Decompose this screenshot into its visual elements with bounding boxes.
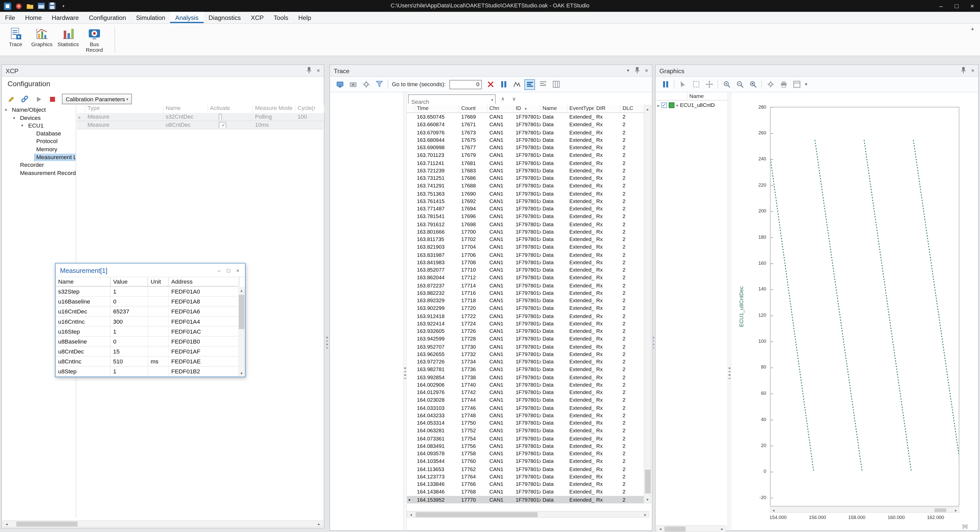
- trace-row[interactable]: 164.07336117754CAN11F797801xDataExtended…: [407, 434, 644, 442]
- trace-column-header-count[interactable]: Count: [460, 105, 487, 112]
- xcp-measure-row[interactable]: Measureu8CntDec✓10ms: [77, 121, 323, 129]
- ribbon-button-statistics[interactable]: Statistics: [55, 24, 81, 56]
- trace-row[interactable]: 164.11365317762CAN11F797801xDataExtended…: [407, 465, 644, 473]
- trace-row[interactable]: 163.70112317679CAN11F797801xDataExtended…: [407, 151, 644, 159]
- trace-row[interactable]: 163.69099817677CAN11F797801xDataExtended…: [407, 144, 644, 151]
- minimize-button[interactable]: –: [933, 0, 948, 12]
- signal-checkbox[interactable]: ✓: [661, 102, 667, 108]
- zoom-out-icon[interactable]: [735, 79, 745, 89]
- trace-row[interactable]: 163.95270717730CAN11F797801xDataExtended…: [407, 343, 644, 350]
- close-button[interactable]: ×: [234, 266, 242, 275]
- trace-row[interactable]: 163.77148717694CAN11F797801xDataExtended…: [407, 205, 644, 213]
- trace-row[interactable]: 163.90229917720CAN11F797801xDataExtended…: [407, 304, 644, 312]
- scroll-down-icon[interactable]: ▼: [644, 496, 651, 503]
- expander-icon[interactable]: ▸: [657, 103, 659, 107]
- link-icon[interactable]: [21, 95, 29, 103]
- trace-row[interactable]: 163.94259917728CAN11F797801xDataExtended…: [407, 335, 644, 343]
- trace-column-header-eventtype[interactable]: EventType: [568, 105, 594, 112]
- scroll-left-icon[interactable]: ◄: [657, 526, 664, 532]
- trace-row[interactable]: 163.81173517702CAN11F797801xDataExtended…: [407, 235, 644, 243]
- trace-splitter[interactable]: [403, 92, 407, 529]
- trace-row[interactable]: 164.08349117756CAN11F797801xDataExtended…: [407, 442, 644, 449]
- signal-color-swatch[interactable]: [669, 102, 674, 108]
- signal-name-column-header[interactable]: Name: [689, 93, 703, 99]
- print-icon[interactable]: [779, 79, 788, 89]
- pause-icon[interactable]: [661, 79, 670, 89]
- activate-checkbox[interactable]: ✓: [219, 122, 226, 128]
- trace-row[interactable]: 163.87223717714CAN11F797801xDataExtended…: [407, 281, 644, 289]
- trace-row[interactable]: 163.79161217698CAN11F797801xDataExtended…: [407, 220, 644, 228]
- trace-row[interactable]: 164.01297617742CAN11F797801xDataExtended…: [407, 388, 644, 396]
- ribbon-button-trace[interactable]: Trace: [3, 24, 29, 56]
- scroll-track[interactable]: [776, 508, 953, 512]
- measurement-row[interactable]: u8Step1FEDF01B2: [56, 367, 238, 377]
- trace-row[interactable]: 163.72123917683CAN11F797801xDataExtended…: [407, 167, 644, 174]
- close-button[interactable]: ×: [964, 0, 980, 12]
- zoom-in-icon[interactable]: [722, 79, 732, 89]
- trace-row[interactable]: 163.66087417671CAN11F797801xDataExtended…: [407, 121, 644, 128]
- pin-icon[interactable]: [306, 67, 312, 75]
- clear-icon[interactable]: [486, 79, 495, 89]
- maximize-button[interactable]: □: [949, 0, 964, 12]
- menu-item-simulation[interactable]: Simulation: [131, 12, 170, 23]
- panel-splitter[interactable]: [325, 64, 329, 529]
- activate-checkbox[interactable]: [219, 114, 222, 120]
- trace-row[interactable]: 164.12377317764CAN11F797801xDataExtended…: [407, 473, 644, 480]
- trace-row[interactable]: 163.65074517669CAN11F797801xDataExtended…: [407, 113, 644, 121]
- pin-icon[interactable]: [634, 67, 640, 75]
- tree-item-memory[interactable]: Memory: [2, 146, 76, 154]
- trace-row[interactable]: 163.68094417675CAN11F797801xDataExtended…: [407, 136, 644, 144]
- scroll-right-icon[interactable]: ►: [719, 526, 725, 532]
- tree-expander-icon[interactable]: ▾: [21, 122, 27, 130]
- scroll-right-icon[interactable]: ►: [642, 511, 649, 518]
- digital-view-icon[interactable]: [525, 79, 535, 89]
- new-window-icon[interactable]: [37, 2, 45, 10]
- analog-view-icon[interactable]: [512, 79, 522, 89]
- close-panel-icon[interactable]: ×: [971, 67, 974, 73]
- trace-row[interactable]: ▸164.15395217770CAN11F797801xDataExtende…: [407, 495, 644, 503]
- trace-row[interactable]: 163.67097617673CAN11F797801xDataExtended…: [407, 128, 644, 136]
- trace-row[interactable]: 163.92241417724CAN11F797801xDataExtended…: [407, 319, 644, 327]
- minimize-button[interactable]: –: [215, 266, 223, 275]
- trace-row[interactable]: 163.99285417738CAN11F797801xDataExtended…: [407, 373, 644, 381]
- scroll-track[interactable]: [414, 511, 642, 517]
- scroll-right-icon[interactable]: ►: [953, 507, 959, 513]
- scroll-track[interactable]: [238, 294, 245, 370]
- trace-vscrollbar[interactable]: ▲ ▼: [644, 105, 651, 503]
- gear-icon[interactable]: [361, 79, 371, 89]
- scroll-left-icon[interactable]: ◄: [771, 507, 776, 513]
- scroll-thumb[interactable]: [664, 526, 686, 532]
- trace-row[interactable]: 164.02302817744CAN11F797801xDataExtended…: [407, 396, 644, 404]
- trace-row[interactable]: 164.09357817758CAN11F797801xDataExtended…: [407, 449, 644, 457]
- measurement-row[interactable]: s32Step1FEDF01A0: [56, 287, 238, 297]
- trace-row[interactable]: 163.71124117681CAN11F797801xDataExtended…: [407, 159, 644, 167]
- trace-row[interactable]: 164.14384617768CAN11F797801xDataExtended…: [407, 488, 644, 495]
- trace-row[interactable]: 163.85207717710CAN11F797801xDataExtended…: [407, 266, 644, 274]
- search-box[interactable]: ▾: [408, 94, 496, 104]
- scroll-thumb[interactable]: [416, 512, 538, 517]
- scroll-up-icon[interactable]: ▲: [644, 106, 651, 113]
- zoom-fit-icon[interactable]: [748, 79, 757, 89]
- expand-all-icon[interactable]: [538, 79, 548, 89]
- graphics-splitter[interactable]: [728, 92, 732, 529]
- trace-row[interactable]: 163.88223217716CAN11F797801xDataExtended…: [407, 289, 644, 297]
- trace-row[interactable]: 164.05331417750CAN11F797801xDataExtended…: [407, 419, 644, 427]
- trace-row[interactable]: 164.03310317746CAN11F797801xDataExtended…: [407, 404, 644, 411]
- app-icon[interactable]: [3, 2, 11, 10]
- trace-row[interactable]: 163.76141517692CAN11F797801xDataExtended…: [407, 197, 644, 205]
- record-icon[interactable]: [14, 2, 22, 10]
- trace-column-header-chn[interactable]: Chn: [487, 105, 514, 112]
- scroll-track[interactable]: [644, 113, 651, 496]
- trace-row[interactable]: 164.00290617740CAN11F797801xDataExtended…: [407, 381, 644, 388]
- pin-icon[interactable]: [960, 67, 966, 75]
- trace-column-header-dlc[interactable]: DLC: [620, 105, 642, 112]
- measurement-row[interactable]: u16CntInc300FEDF01A4: [56, 317, 238, 327]
- measurement-row[interactable]: u16CntDec65237FEDF01A6: [56, 306, 238, 316]
- trace-column-header-id[interactable]: ID▼: [514, 105, 541, 112]
- chart-settings-icon[interactable]: [765, 79, 775, 89]
- scroll-thumb[interactable]: [239, 295, 245, 329]
- trace-row[interactable]: 163.80166617700CAN11F797801xDataExtended…: [407, 228, 644, 235]
- trace-row[interactable]: 163.82190317704CAN11F797801xDataExtended…: [407, 243, 644, 251]
- pan-icon[interactable]: [704, 79, 714, 89]
- trace-row[interactable]: 163.93260517726CAN11F797801xDataExtended…: [407, 327, 644, 335]
